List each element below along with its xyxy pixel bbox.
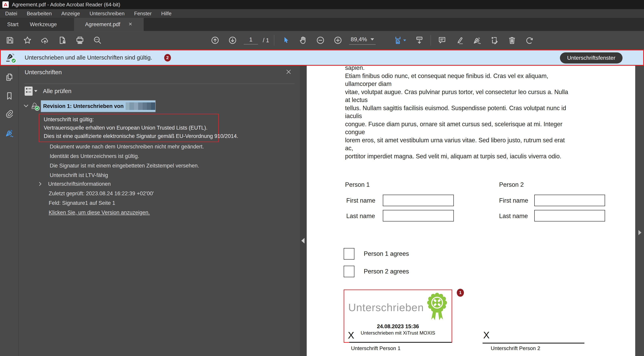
field-info-text: Feld: Signature1 auf Seite 1 [49, 199, 115, 207]
person2-last-name-label: Last name [499, 212, 528, 220]
chevron-down-icon [34, 90, 37, 92]
validity-line: Unterschrift ist gültig: [44, 117, 218, 123]
menu-item[interactable]: Fenster [130, 9, 156, 18]
text-line: tellus. Nullam sagittis facilisis euismo… [345, 104, 568, 112]
page-number-input[interactable]: 1 [244, 36, 258, 44]
last-checked-text: Zuletzt geprüft: 2023.08.24 16:22:39 +02… [49, 189, 154, 197]
document-lock-icon[interactable] [56, 32, 69, 49]
text-line: at lectus [345, 96, 568, 104]
stamp-method: Unterschrieben mit XiTrust MOXIS [344, 330, 452, 336]
menu-item[interactable]: Unterschreiben [85, 9, 129, 18]
person2-first-name-input[interactable] [534, 195, 605, 206]
toolbar-separator [430, 35, 431, 46]
panel-title: Unterschriften [25, 69, 62, 76]
presentation-toolbar-icon[interactable] [413, 32, 426, 49]
fit-width-icon[interactable] [391, 32, 408, 49]
collapse-left-icon[interactable] [301, 238, 304, 243]
view-version-link[interactable]: Klicken Sie, um diese Version anzuzeigen… [49, 208, 150, 216]
person1-title: Person 1 [345, 181, 370, 188]
person1-last-name-label: Last name [346, 212, 375, 220]
pdf-page: sapien.Etiam finibus odio nunc, et conse… [307, 66, 635, 356]
menu-item[interactable]: Datei [0, 9, 22, 18]
window-title: Agreement.pdf - Adobe Acrobat Reader (64… [12, 1, 120, 8]
tab-tools[interactable]: Werkzeuge [30, 18, 57, 31]
cloud-upload-icon[interactable] [38, 32, 51, 49]
person1-first-name-label: First name [346, 197, 375, 204]
chevron-down-icon [403, 39, 406, 41]
text-line: Etiam finibus odio nunc, et consequat ne… [345, 72, 568, 80]
right-pane-strip[interactable] [635, 66, 644, 356]
person1-agrees-checkbox[interactable] [344, 248, 354, 260]
trash-icon[interactable] [506, 32, 518, 49]
text-line: porttitor imperdiet magna. Sed velit mi,… [345, 152, 568, 160]
stamp-annotation-badge: 1 [457, 289, 464, 297]
expand-right-icon[interactable] [638, 230, 642, 235]
select-cursor-icon[interactable] [279, 32, 292, 49]
zoom-level-value: 89,4% [350, 36, 367, 43]
signature2-label: Unterschrift Person 2 [491, 345, 540, 352]
signed-pen-check-icon [30, 101, 40, 112]
tab-start[interactable]: Start [7, 18, 18, 31]
redacted-signer-name [126, 102, 155, 110]
menu-item[interactable]: Anzeige [56, 9, 85, 18]
signature2-x-mark: X [483, 330, 490, 341]
redo-icon[interactable] [523, 32, 536, 49]
verify-all-label: Alle prüfen [43, 88, 71, 94]
zoom-level-control[interactable]: 89,4% [349, 36, 376, 45]
signatures-panel: Unterschriften Alle prüfen Revision 1 [19, 66, 300, 356]
content-area: Unterschriften Alle prüfen Revision 1 [0, 66, 644, 356]
hand-tool-icon[interactable] [296, 32, 309, 49]
person2-last-name-input[interactable] [534, 210, 605, 221]
signature-panel-button[interactable]: Unterschriftsfenster [560, 52, 622, 63]
person2-title: Person 2 [499, 181, 524, 188]
signatures-icon[interactable] [4, 128, 14, 138]
notification-message: Unterschrieben und alle Unterschriften s… [25, 54, 152, 61]
verify-all-button[interactable]: Alle prüfen [25, 86, 71, 96]
revision-label: Revision 1: Unterschrieben von [43, 103, 124, 109]
text-line: congue. Fusce diam purus, ornare sit ame… [345, 120, 568, 128]
signature2-line[interactable] [482, 343, 584, 344]
person2-first-name-label: First name [499, 197, 528, 204]
search-icon[interactable] [91, 32, 104, 49]
page-thumbnails-icon[interactable] [4, 72, 14, 82]
menu-item[interactable]: Bearbeiten [22, 9, 57, 18]
tab-bar-empty [144, 18, 644, 31]
page-down-icon[interactable] [226, 32, 239, 49]
zoom-out-icon[interactable] [314, 32, 327, 49]
comment-icon[interactable] [436, 32, 448, 49]
text-line: iaculis [345, 112, 568, 120]
person2-agrees-label: Person 2 agrees [364, 266, 409, 277]
tab-close-icon[interactable] [128, 21, 132, 27]
print-icon[interactable] [74, 32, 86, 49]
signature1-line[interactable] [349, 342, 452, 343]
menu-item[interactable]: Hilfe [156, 9, 176, 18]
close-icon[interactable] [285, 68, 292, 75]
rosette-seal-icon [426, 292, 448, 322]
revision-selection[interactable]: Revision 1: Unterschrieben von [41, 100, 156, 112]
adobe-reader-icon [2, 1, 9, 8]
sign-pen-icon[interactable] [471, 32, 484, 49]
pen-check-icon [5, 52, 17, 63]
person1-first-name-input[interactable] [383, 195, 454, 206]
signature-stamp[interactable]: Unterschrieben 24.08.2023 15:36 Untersch… [344, 290, 452, 343]
signature-status-list: Dokument wurde nach dem Unterschreiben n… [50, 142, 204, 180]
text-line: congue [345, 128, 568, 136]
star-icon[interactable] [21, 32, 34, 49]
title-bar: Agreement.pdf - Adobe Acrobat Reader (64… [0, 0, 644, 9]
zoom-in-icon[interactable] [332, 32, 344, 49]
signature-revision-row[interactable]: Revision 1: Unterschrieben von [19, 99, 300, 113]
save-icon[interactable] [4, 32, 16, 49]
bookmarks-icon[interactable] [4, 91, 14, 101]
chevron-down-icon[interactable] [23, 103, 30, 110]
fill-sign-icon[interactable] [488, 32, 501, 49]
attachments-icon[interactable] [4, 109, 14, 119]
person1-last-name-input[interactable] [383, 210, 454, 221]
panel-collapse-strip[interactable] [300, 66, 307, 356]
page-up-icon[interactable] [209, 32, 222, 49]
page-total-label: / 1 [263, 37, 269, 44]
signature-count-badge: 2 [164, 54, 171, 61]
tab-document[interactable]: Agreement.pdf [74, 18, 144, 31]
highlight-icon[interactable] [453, 32, 466, 49]
person2-agrees-checkbox[interactable] [344, 266, 354, 277]
left-rail [0, 66, 18, 356]
